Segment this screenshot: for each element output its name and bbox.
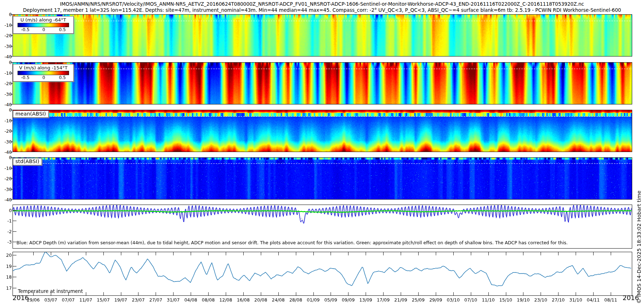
x-tick-mark-top — [261, 252, 261, 255]
x-tick-mark-top — [103, 252, 104, 255]
year-label-left: 2016 — [13, 294, 29, 301]
y-tick-mark — [10, 157, 13, 158]
x-tick-mark-bottom — [243, 292, 244, 295]
x-tick-mark-bottom — [156, 292, 156, 295]
x-tick-label: 21/09 — [394, 297, 407, 303]
x-tick-mark-bottom — [366, 292, 366, 295]
x-tick-label: 03/07 — [44, 297, 57, 303]
y-tick-label: -2 — [0, 229, 12, 234]
figure-title-line1: IMOS/ANMN/NRS/NRSROT/Velocity/IMOS_ANMN-… — [0, 1, 644, 7]
x-tick-label: 13/09 — [359, 297, 372, 303]
x-tick-mark-top — [313, 252, 314, 255]
x-tick-mark-bottom — [453, 292, 454, 295]
x-tick-mark-bottom — [558, 292, 558, 295]
x-tick-mark-top — [366, 252, 366, 255]
y-tick-mark — [13, 242, 16, 242]
std-absi-label: std(ABSI) — [13, 158, 42, 165]
x-tick-mark-bottom — [296, 292, 296, 295]
v-legend-title: V (m/s) along -154°T — [13, 65, 73, 70]
x-tick-label: 05/09 — [324, 297, 337, 303]
x-tick-mark-top — [156, 252, 156, 255]
x-tick-mark-top — [471, 252, 471, 255]
x-tick-mark-bottom — [103, 292, 104, 295]
x-tick-mark-top — [348, 252, 348, 255]
panel-std-absi — [13, 157, 632, 200]
temperature-label: Temperature at instrument — [18, 288, 83, 294]
x-tick-label: 23/07 — [132, 297, 145, 303]
x-tick-label: 31/07 — [167, 297, 180, 303]
x-tick-mark-bottom — [523, 292, 523, 295]
x-tick-label: 09/09 — [342, 297, 355, 303]
u-colorbar-gradient — [18, 23, 69, 27]
mean-absi-heatmap — [13, 110, 632, 152]
depth-panel-note: Blue: ADCP Depth (m) variation from sens… — [16, 240, 568, 245]
x-tick-mark-bottom — [226, 292, 226, 295]
x-tick-mark-bottom — [383, 292, 384, 295]
x-tick-mark-bottom — [261, 292, 261, 295]
x-tick-label: 15/10 — [499, 297, 512, 303]
x-tick-label: 12/08 — [219, 297, 232, 303]
y-tick-mark — [13, 231, 16, 232]
x-tick-mark-bottom — [173, 292, 174, 295]
y-tick-mark — [10, 110, 13, 110]
y-tick-label: 18 — [0, 274, 12, 280]
x-tick-mark-bottom — [418, 292, 419, 295]
y-tick-mark — [10, 62, 13, 63]
x-tick-mark-bottom — [331, 292, 331, 295]
u-colorbar-legend: U (m/s) along -64°T -0.5 0 0.5 — [13, 16, 74, 34]
u-legend-title: U (m/s) along -64°T — [13, 17, 73, 23]
x-tick-mark-bottom — [541, 292, 541, 295]
y-tick-mark — [10, 25, 13, 25]
x-tick-label: 23/10 — [534, 297, 547, 303]
figure-title-line2: Deployment 17, member 1 lat=32S lon=115.… — [0, 7, 644, 13]
x-tick-label: 29/09 — [429, 297, 442, 303]
x-tick-mark-top — [593, 252, 594, 255]
y-tick-mark — [10, 152, 13, 152]
x-tick-mark-top — [243, 252, 244, 255]
x-tick-label: 27/10 — [552, 297, 565, 303]
x-tick-label: 01/09 — [307, 297, 320, 303]
y-tick-mark — [10, 83, 13, 84]
y-tick-mark — [13, 266, 16, 266]
x-tick-mark-top — [86, 252, 86, 255]
imos-watermark: © IMOS 14-Dec-2025 18:33:02 Hobart time — [636, 191, 642, 304]
x-tick-mark-bottom — [86, 292, 86, 295]
x-tick-mark-bottom — [488, 292, 489, 295]
x-tick-mark-top — [401, 252, 401, 255]
y-tick-label: -3 — [0, 239, 12, 244]
x-tick-mark-bottom — [278, 292, 279, 295]
x-tick-label: 08/11 — [604, 297, 617, 303]
x-tick-mark-top — [611, 252, 611, 255]
y-tick-mark — [10, 142, 13, 142]
x-tick-mark-bottom — [401, 292, 401, 295]
panel-u-velocity — [13, 14, 632, 57]
x-tick-label: 11/10 — [482, 297, 495, 303]
y-tick-mark — [10, 168, 13, 168]
x-tick-label: 16/08 — [237, 297, 250, 303]
x-tick-mark-bottom — [208, 292, 209, 295]
x-tick-mark-top — [488, 252, 489, 255]
adcp-figure: IMOS/ANMN/NRS/NRSROT/Velocity/IMOS_ANMN-… — [0, 0, 644, 304]
x-tick-mark-bottom — [471, 292, 471, 295]
x-tick-label: 03/10 — [447, 297, 460, 303]
u-colorbar-tick-neg: -0.5 — [21, 27, 29, 32]
y-tick-mark — [13, 255, 16, 255]
x-tick-mark-top — [296, 252, 296, 255]
y-tick-mark — [10, 94, 13, 94]
y-tick-mark — [13, 277, 16, 277]
v-colorbar-tick-zero: 0 — [43, 75, 45, 80]
y-tick-mark — [10, 46, 13, 46]
x-tick-label: 08/08 — [202, 297, 215, 303]
panel-temperature — [13, 252, 632, 296]
y-tick-mark — [13, 221, 16, 221]
x-tick-label: 19/10 — [517, 297, 530, 303]
x-tick-label: 17/09 — [377, 297, 390, 303]
u-velocity-heatmap — [13, 15, 632, 56]
x-tick-label: 04/08 — [184, 297, 197, 303]
x-tick-mark-bottom — [576, 292, 576, 295]
x-tick-mark-top — [208, 252, 209, 255]
y-tick-mark — [10, 73, 13, 73]
x-tick-label: 04/11 — [587, 297, 600, 303]
v-colorbar-ticks: -0.5 0 0.5 — [18, 75, 69, 81]
u-colorbar-tick-zero: 0 — [43, 27, 45, 32]
